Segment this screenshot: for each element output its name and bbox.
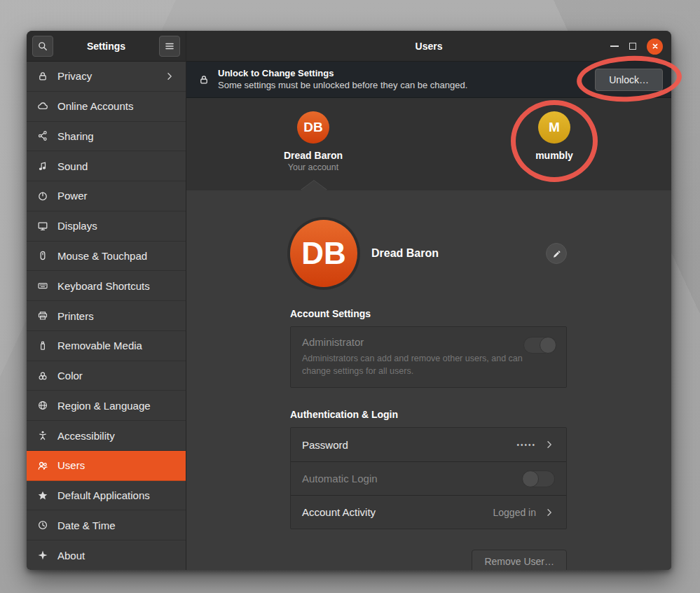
sidebar-item-default-applications[interactable]: Default Applications [27, 481, 186, 511]
remove-user-row: Remove User… [290, 550, 567, 570]
administrator-label: Administrator [302, 336, 555, 348]
share-icon [37, 130, 48, 141]
sidebar-item-label: Printers [57, 310, 94, 322]
pencil-icon [551, 249, 561, 258]
sidebar-item-label: Power [57, 190, 88, 202]
sidebar-item-label: Displays [57, 220, 97, 232]
keyboard-icon [37, 280, 48, 291]
sidebar-item-label: Privacy [57, 70, 92, 82]
sidebar-item-users[interactable]: Users [27, 451, 186, 481]
star-icon [37, 490, 48, 501]
sidebar-list: Privacy Online Accounts Sharing Sound Po… [27, 62, 186, 570]
user-tab-dread-baron[interactable]: DB Dread Baron Your account [264, 111, 362, 172]
chevron-right-icon [164, 71, 175, 82]
sidebar-item-label: Date & Time [57, 519, 116, 531]
toggle-knob [540, 337, 556, 354]
sidebar-item-label: Color [57, 370, 83, 382]
banner-subtitle: Some settings must be unlocked before th… [218, 80, 467, 91]
sidebar-item-mouse-touchpad[interactable]: Mouse & Touchpad [27, 242, 186, 272]
close-button[interactable] [647, 39, 663, 55]
user-subtitle: Your account [264, 162, 362, 172]
avatar-initials: M [549, 120, 560, 135]
sidebar-title: Settings [87, 41, 125, 52]
sidebar-item-label: Accessibility [57, 430, 115, 442]
minimize-button[interactable] [610, 46, 619, 47]
sparkle-icon [37, 550, 48, 561]
rename-button[interactable] [546, 243, 567, 264]
user-details: DB Dread Baron Account Settings Administ… [186, 190, 671, 570]
hamburger-icon [164, 41, 175, 52]
banner-text: Unlock to Change Settings Some settings … [218, 68, 467, 91]
sidebar-item-removable-media[interactable]: Removable Media [27, 331, 186, 361]
sidebar-header: Settings [27, 31, 186, 62]
toggle-knob [522, 470, 539, 487]
sidebar-item-accessibility[interactable]: Accessibility [27, 421, 186, 451]
sidebar-item-sharing[interactable]: Sharing [27, 122, 186, 152]
maximize-button[interactable] [629, 43, 636, 50]
sidebar: Settings Privacy Online Accounts Sharing [27, 31, 186, 570]
avatar: M [538, 111, 570, 144]
sidebar-item-displays[interactable]: Displays [27, 211, 186, 242]
sidebar-item-sound[interactable]: Sound [27, 151, 186, 181]
account-settings-heading: Account Settings [290, 308, 567, 319]
power-icon [37, 190, 48, 202]
accessibility-icon [37, 430, 48, 441]
window-controls [610, 31, 663, 62]
menu-button[interactable] [159, 36, 180, 57]
clock-icon [37, 519, 48, 531]
globe-icon [37, 400, 48, 411]
automatic-login-label: Automatic Login [302, 473, 378, 484]
sidebar-item-region-language[interactable]: Region & Language [27, 391, 186, 421]
minimize-icon [610, 46, 619, 47]
cloud-icon [37, 101, 48, 112]
page-title: Users [416, 41, 443, 52]
sidebar-item-label: Sound [57, 160, 88, 172]
chevron-right-icon [544, 439, 555, 450]
close-icon [651, 42, 659, 50]
profile-name: Dread Baron [371, 247, 439, 260]
mouse-icon [37, 250, 48, 261]
banner-title: Unlock to Change Settings [218, 68, 467, 79]
sidebar-item-label: Keyboard Shortcuts [57, 280, 150, 292]
sidebar-item-color[interactable]: Color [27, 361, 186, 391]
automatic-login-toggle[interactable] [522, 470, 555, 487]
profile-avatar: DB [290, 220, 357, 287]
sidebar-item-online-accounts[interactable]: Online Accounts [27, 92, 186, 122]
sidebar-item-label: Mouse & Touchpad [57, 250, 147, 262]
settings-window: Settings Privacy Online Accounts Sharing [27, 31, 671, 570]
sidebar-item-label: Online Accounts [57, 100, 133, 112]
search-button[interactable] [32, 36, 53, 57]
music-note-icon [37, 160, 48, 172]
sidebar-item-keyboard-shortcuts[interactable]: Keyboard Shortcuts [27, 271, 186, 301]
users-icon [37, 460, 48, 471]
remove-user-button[interactable]: Remove User… [472, 550, 567, 570]
automatic-login-row: Automatic Login [291, 461, 566, 495]
avatar: DB [297, 111, 329, 144]
sidebar-item-label: About [57, 550, 85, 561]
user-tab-mumbly[interactable]: M mumbly [505, 111, 603, 161]
removable-media-icon [37, 340, 48, 351]
auth-login-heading: Authentication & Login [290, 409, 567, 420]
unlock-button[interactable]: Unlock… [595, 69, 663, 91]
profile-row: DB Dread Baron [290, 220, 567, 287]
sidebar-item-label: Removable Media [57, 340, 142, 351]
administrator-toggle[interactable] [523, 337, 556, 354]
password-label: Password [302, 439, 348, 451]
user-switcher: DB Dread Baron Your account M mumbly [186, 98, 671, 190]
maximize-icon [629, 43, 636, 50]
sidebar-item-printers[interactable]: Printers [27, 301, 186, 331]
password-row[interactable]: Password ••••• [291, 428, 566, 461]
account-activity-label: Account Activity [302, 506, 376, 518]
sidebar-item-label: Sharing [57, 130, 94, 142]
color-icon [37, 370, 48, 382]
account-activity-row[interactable]: Account Activity Logged in [291, 495, 566, 529]
titlebar[interactable]: Users [186, 31, 671, 62]
lock-icon [198, 74, 210, 85]
sidebar-item-date-time[interactable]: Date & Time [27, 510, 186, 540]
account-activity-value: Logged in [493, 507, 536, 518]
selected-user-caret [301, 181, 327, 190]
avatar-initials: DB [301, 236, 346, 271]
sidebar-item-privacy[interactable]: Privacy [27, 62, 186, 92]
sidebar-item-about[interactable]: About [27, 540, 186, 570]
sidebar-item-power[interactable]: Power [27, 181, 186, 211]
